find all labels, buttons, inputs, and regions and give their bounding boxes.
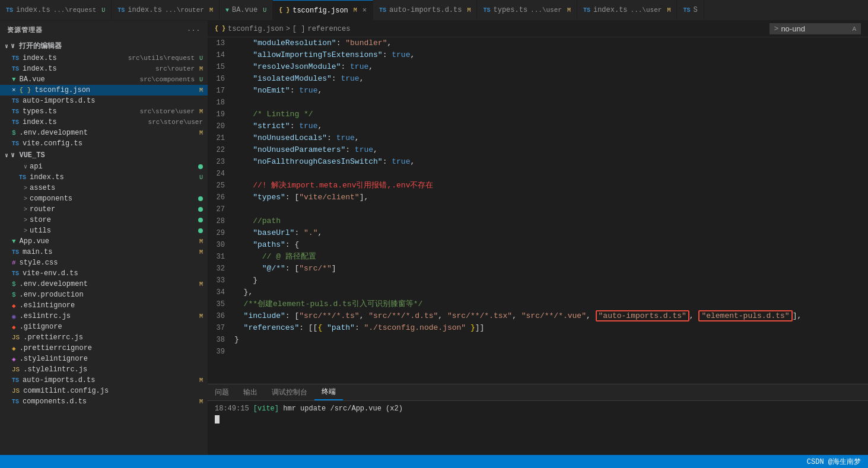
breadcrumb-filename: tsconfig.json: [228, 25, 284, 33]
tab-auto-imports[interactable]: TS auto-imports.d.ts M: [373, 0, 477, 20]
file-prettierrcignore[interactable]: ◈ .prettierrcignore: [0, 343, 208, 354]
file-stylelintrc[interactable]: JS .stylelintrc.js: [0, 364, 208, 375]
file-env-production[interactable]: $ .env.production: [0, 289, 208, 300]
open-file-ba-vue[interactable]: ▼ BA.vue src\components U: [0, 74, 208, 85]
open-file-index-router[interactable]: TS index.ts src\router M: [0, 63, 208, 74]
code-line-32: 32 "@/*": ["src/*"]: [208, 263, 868, 275]
json-file-icon: { }: [279, 7, 290, 14]
folder-api[interactable]: ∨ api: [0, 161, 208, 172]
file-api-index[interactable]: TS index.ts U: [0, 172, 208, 183]
ts-icon: TS: [12, 141, 19, 147]
file-stylelintignore[interactable]: ◈ .stylelintignore: [0, 354, 208, 364]
folder-router[interactable]: > router: [0, 204, 208, 215]
tab-problems[interactable]: 问题: [208, 384, 236, 400]
folder-components[interactable]: > components: [0, 193, 208, 204]
file-gitignore[interactable]: ◆ .gitignore: [0, 321, 208, 332]
tab-filename: index.ts: [128, 6, 162, 14]
tab-bar: TS index.ts ...\request U TS index.ts ..…: [0, 0, 868, 21]
file-style-css[interactable]: # style.css: [0, 257, 208, 268]
file-badge: M: [195, 313, 203, 320]
close-tab-icon[interactable]: ×: [363, 7, 367, 15]
open-editors-section[interactable]: ∨ ∨ 打开的编辑器: [0, 39, 208, 53]
ts-icon: TS: [12, 399, 19, 405]
file-badge: M: [195, 130, 203, 136]
code-line-15: 15 "resolveJsonModule": true,: [208, 61, 868, 73]
sidebar-title: 资源管理器 ···: [0, 21, 208, 39]
ts-file-icon: TS: [683, 7, 690, 14]
file-env-development[interactable]: $ .env.development M: [0, 279, 208, 289]
file-badge: M: [195, 87, 203, 94]
tab-path: ...\request: [53, 7, 97, 14]
folder-utils[interactable]: > utils: [0, 225, 208, 236]
tab-badge: M: [209, 7, 213, 14]
tab-terminal[interactable]: 终端: [314, 384, 343, 400]
file-badge: M: [195, 238, 203, 245]
file-vite-env[interactable]: TS vite-env.d.ts: [0, 268, 208, 279]
sidebar-more-icon[interactable]: ···: [187, 27, 201, 34]
open-file-tsconfig[interactable]: × { } tsconfig.json M: [0, 85, 208, 95]
folder-collapse-icon: >: [24, 228, 27, 234]
file-badge: M: [195, 281, 203, 288]
open-file-env-dev[interactable]: $ .env.development M: [0, 128, 208, 138]
folder-store[interactable]: > store: [0, 215, 208, 225]
code-line-37: 37 "references": [[{ "path": "./tsconfig…: [208, 322, 868, 334]
tab-debug-console[interactable]: 调试控制台: [265, 384, 314, 400]
folder-expand-icon: ∨: [24, 163, 27, 170]
open-file-auto-imports[interactable]: TS auto-imports.d.ts: [0, 95, 208, 106]
ts-file-icon: TS: [117, 7, 125, 14]
code-line-19: 19 /* Linting */: [208, 109, 868, 120]
tab-types-user[interactable]: TS types.ts ...\user M: [477, 0, 577, 20]
terminal-content: 18:49:15 [vite] hmr update /src/App.vue …: [208, 401, 868, 455]
open-file-vite-config[interactable]: TS vite.config.ts: [0, 138, 208, 149]
ts-file-icon: TS: [483, 7, 490, 14]
tab-s[interactable]: TS S: [677, 0, 704, 20]
search-input[interactable]: [781, 24, 852, 33]
tab-badge: U: [263, 7, 266, 14]
file-eslintrc[interactable]: ◉ .eslintrc.js M: [0, 311, 208, 321]
tab-ba-vue[interactable]: ▼ BA.vue U: [220, 0, 273, 20]
tab-index-router[interactable]: TS index.ts ...\router M: [112, 0, 220, 20]
code-editor[interactable]: 13 "moduleResolution": "bundler", 14 "al…: [208, 37, 868, 384]
code-line-14: 14 "allowImportingTsExtensions": true,: [208, 49, 868, 61]
tab-badge: M: [354, 7, 357, 14]
vue-icon: ▼: [12, 76, 16, 83]
folder-assets[interactable]: > assets: [0, 183, 208, 193]
code-line-16: 16 "isolatedModules": true,: [208, 73, 868, 85]
tab-filename: types.ts: [494, 6, 528, 14]
file-components-d-ts[interactable]: TS components.d.ts M: [0, 396, 208, 407]
code-line-35: 35 /**创建element-puls.d.ts引入可识别膝窗等*/: [208, 298, 868, 310]
open-file-index-request[interactable]: TS index.ts src\utils\request U: [0, 53, 208, 63]
open-file-index-user[interactable]: TS index.ts src\store\user: [0, 117, 208, 128]
file-eslintignore[interactable]: ◆ .eslintignore: [0, 300, 208, 311]
code-line-33: 33 }: [208, 275, 868, 286]
terminal-tabs: 问题 输出 调试控制台 终端: [208, 384, 868, 401]
file-prettierrc[interactable]: JS .prettierrc.js: [0, 332, 208, 343]
file-auto-imports-root[interactable]: TS auto-imports.d.ts M: [0, 375, 208, 386]
js-icon: JS: [12, 387, 20, 394]
tab-index-request[interactable]: TS index.ts ...\request U: [0, 0, 112, 20]
dollar-icon: $: [12, 291, 16, 298]
code-line-24: 24: [208, 168, 868, 180]
code-line-18: 18: [208, 97, 868, 109]
file-commitlint[interactable]: JS commitlint.config.js: [0, 386, 208, 396]
file-badge: M: [195, 249, 203, 256]
tab-tsconfig-json[interactable]: { } tsconfig.json M ×: [273, 0, 373, 20]
ts-icon: TS: [12, 98, 19, 104]
tab-filename: BA.vue: [232, 6, 257, 14]
tab-index-user[interactable]: TS index.ts ...\user M: [577, 0, 677, 20]
code-line-26: 26 "types": ["vite/client"],: [208, 192, 868, 203]
code-line-36: 36 "include": ["src/**/*.ts", "src/**/*.…: [208, 310, 868, 322]
code-line-21: 21 "noUnusedLocals": true,: [208, 132, 868, 144]
tab-output[interactable]: 输出: [236, 384, 265, 400]
file-app-vue[interactable]: ▼ App.vue M: [0, 236, 208, 247]
vue-ts-section[interactable]: ∨ ∨ VUE_TS: [0, 149, 208, 161]
file-main-ts[interactable]: TS main.ts M: [0, 247, 208, 257]
close-icon[interactable]: ×: [12, 87, 16, 94]
editor-area: { } tsconfig.json > [ ] references > A 1…: [208, 21, 868, 455]
tab-badge: U: [101, 7, 105, 14]
expand-icon: >: [774, 24, 779, 33]
folder-modified-dot: [198, 196, 203, 201]
file-badge: M: [195, 66, 203, 72]
ts-icon: TS: [12, 55, 19, 62]
open-file-types-user[interactable]: TS types.ts src\store\user M: [0, 106, 208, 117]
